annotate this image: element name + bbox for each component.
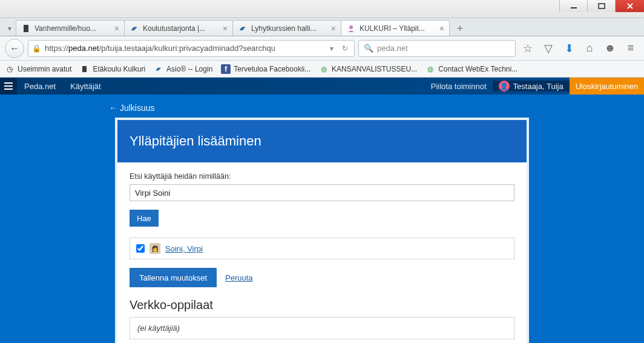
bookmark-label: Contact WebEx Techni... [438, 65, 518, 73]
home-icon[interactable]: ⌂ [581, 40, 598, 57]
tab-kulkuri[interactable]: KULKURI – Ylläpit... × [341, 20, 450, 36]
bookmark-star-icon[interactable]: ☆ [519, 40, 536, 57]
browser-navbar: ← 🔒 https://peda.net/p/tuija.testaaja/ku… [0, 36, 644, 61]
lock-icon: 🔒 [32, 44, 41, 53]
result-checkbox[interactable] [136, 244, 145, 253]
site-menu-icon[interactable] [0, 78, 17, 95]
close-icon[interactable]: × [331, 24, 336, 33]
bookmark-webex[interactable]: ◍ Contact WebEx Techni... [426, 64, 518, 74]
globe-icon: ◍ [426, 64, 435, 74]
bookmark-facebook[interactable]: f Tervetuloa Facebookii... [221, 64, 310, 74]
result-user-link[interactable]: Soini, Virpi [165, 244, 203, 253]
bookmark-label: KANSANVALISTUSSEU... [332, 65, 417, 73]
window-close-button[interactable] [615, 0, 644, 12]
search-icon: 🔍 [364, 44, 373, 53]
bookmark-asio[interactable]: Asio® -- Login [154, 64, 212, 74]
page-body: ← Julkisuus Ylläpitäjien lisääminen Etsi… [0, 95, 644, 343]
tab-label: Lyhytkurssien halli... [251, 24, 327, 33]
tab-label: Koulutustarjonta |... [143, 24, 219, 33]
bookmark-useimmin[interactable]: ◷ Useimmin avatut [5, 64, 71, 74]
search-users-label: Etsi käyttäjiä heidän nimillään: [130, 172, 514, 181]
section-verkko-oppilaat-title: Verkko-oppilaat [130, 298, 514, 312]
card-title: Ylläpitäjien lisääminen [117, 120, 527, 162]
pocket-icon[interactable]: ▽ [540, 40, 557, 57]
bird-icon [130, 24, 139, 33]
close-icon[interactable]: × [439, 24, 444, 33]
avatar-icon: 👤 [499, 81, 510, 92]
reload-icon[interactable]: ↻ [340, 44, 350, 53]
facebook-icon: f [221, 64, 231, 74]
site-home-link[interactable]: Peda.net [17, 82, 63, 91]
downloads-icon[interactable]: ⬇ [560, 40, 577, 57]
tab-koulutustarjonta[interactable]: Koulutustarjonta |... × [124, 20, 233, 36]
window-minimize-button[interactable] [559, 0, 587, 12]
admin-add-card: Ylläpitäjien lisääminen Etsi käyttäjiä h… [115, 118, 529, 343]
back-button[interactable]: ← [5, 39, 24, 58]
avatar-icon: 👩 [150, 243, 160, 254]
search-box[interactable]: 🔍 peda.net [358, 40, 516, 57]
bookmark-label: Asio® -- Login [166, 65, 212, 73]
svg-point-3 [349, 25, 353, 29]
logout-button[interactable]: Uloskirjautuminen [570, 78, 644, 95]
new-tab-button[interactable]: + [452, 21, 468, 36]
tab-label: KULKURI – Ylläpit... [360, 24, 436, 33]
bookmark-label: Etäkoulu Kulkuri [93, 65, 145, 73]
bookmark-etakoulu[interactable]: Etäkoulu Kulkuri [80, 64, 145, 74]
globe-icon: ◍ [319, 64, 329, 74]
user-menu[interactable]: 👤 Testaaja, Tuija [493, 81, 570, 92]
save-button[interactable]: Tallenna muutokset [130, 268, 217, 287]
site-topbar: Peda.net Käyttäjät Piilota toiminnot 👤 T… [0, 78, 644, 95]
svg-rect-2 [24, 25, 28, 32]
bookmark-kansanvalistus[interactable]: ◍ KANSANVALISTUSSEU... [319, 64, 417, 74]
address-bar[interactable]: 🔒 https://peda.net/p/tuija.testaaja/kulk… [28, 40, 355, 57]
close-icon[interactable]: × [114, 24, 119, 33]
svg-rect-0 [571, 7, 577, 8]
tab-label: Vanhemmille/huo... [34, 24, 111, 33]
site-section-link[interactable]: Käyttäjät [63, 82, 108, 91]
back-to-privacy-link[interactable]: ← Julkisuus [109, 103, 638, 113]
bird-icon [154, 64, 163, 74]
window-titlebar [0, 0, 644, 18]
bird-icon [238, 24, 248, 33]
svg-rect-4 [82, 66, 87, 72]
tab-vanhemmille[interactable]: Vanhemmille/huo... × [16, 20, 125, 36]
close-icon[interactable]: × [223, 24, 228, 33]
window-maximize-button[interactable] [587, 0, 615, 12]
user-name: Testaaja, Tuija [513, 82, 564, 91]
url-text: https://peda.net/p/tuija.testaaja/kulkur… [45, 44, 324, 53]
doc-icon [21, 24, 31, 33]
dropdown-icon[interactable]: ▾ [327, 44, 336, 53]
bookmark-label: Tervetuloa Facebookii... [234, 65, 310, 73]
svg-rect-1 [599, 4, 605, 8]
cancel-link[interactable]: Peruuta [225, 273, 253, 282]
doc-icon [80, 64, 90, 74]
search-users-input[interactable] [130, 184, 514, 201]
search-placeholder: peda.net [377, 44, 408, 53]
empty-users-text: (ei käyttäjiä) [130, 317, 514, 339]
face-icon[interactable]: ☻ [602, 40, 619, 57]
hamburger-menu-icon[interactable]: ≡ [622, 40, 639, 57]
tab-overflow-left-icon[interactable]: ▾ [4, 21, 16, 36]
bookmark-label: Useimmin avatut [18, 65, 71, 73]
search-button[interactable]: Hae [130, 210, 159, 227]
browser-tabstrip: ▾ Vanhemmille/huo... × Koulutustarjonta … [0, 18, 644, 36]
person-icon [346, 24, 356, 33]
tab-lyhytkurssien[interactable]: Lyhytkurssien halli... × [232, 20, 341, 36]
search-result-row: 👩 Soini, Virpi [130, 238, 514, 259]
hide-functions-link[interactable]: Piilota toiminnot [425, 82, 493, 91]
bookmarks-bar: ◷ Useimmin avatut Etäkoulu Kulkuri Asio®… [0, 61, 644, 78]
history-icon: ◷ [5, 64, 15, 74]
